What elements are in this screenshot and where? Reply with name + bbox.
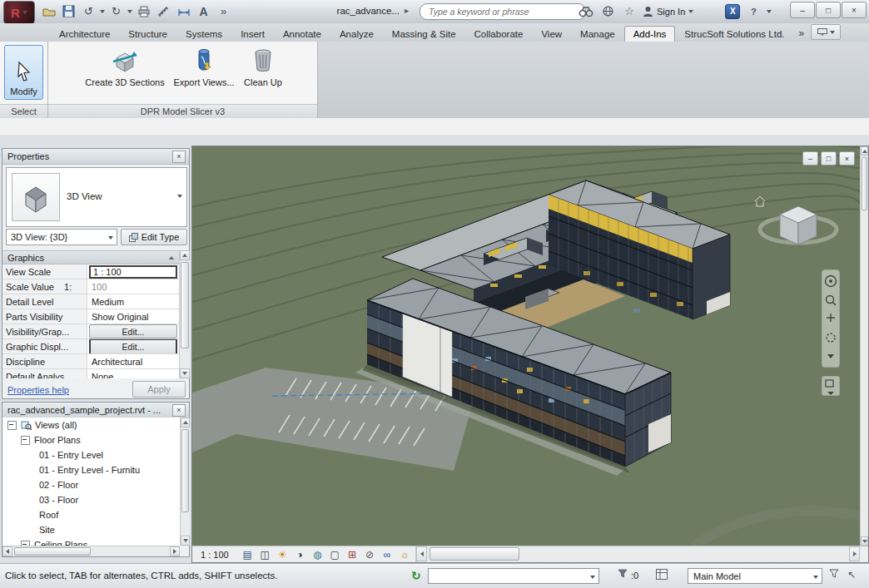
dpr-panel-label[interactable]: DPR Model Slicer v3 [48, 104, 317, 118]
save-icon[interactable] [60, 2, 77, 20]
collapse-node-icon[interactable] [7, 421, 17, 430]
scrollbar-thumb[interactable] [862, 157, 867, 210]
scroll-down-button[interactable] [181, 536, 190, 546]
collapse-section-icon[interactable] [169, 256, 174, 259]
tab-add-ins[interactable]: Add-Ins [624, 26, 676, 42]
view-minimize-button[interactable]: – [802, 151, 818, 166]
close-button[interactable]: × [842, 2, 867, 18]
title-expand-icon[interactable]: ▸ [405, 6, 409, 15]
undo-icon[interactable]: ↺ [80, 2, 97, 20]
design-options-icon[interactable] [656, 569, 668, 580]
scroll-down-button[interactable] [180, 368, 190, 378]
tree-item-02-floor[interactable]: 02 - Floor [2, 477, 180, 492]
scrollbar-thumb[interactable] [181, 262, 189, 348]
tree-item-site[interactable]: Site [2, 522, 180, 537]
rendering-icon[interactable]: ◍ [310, 548, 325, 561]
selection-filter-icon[interactable] [618, 569, 628, 578]
select-toggle-icon[interactable]: ↖ [847, 569, 856, 581]
open-file-icon[interactable] [40, 2, 57, 20]
active-workset-select[interactable] [428, 568, 599, 584]
tree-item-entry-level[interactable]: 01 - Entry Level [2, 447, 180, 462]
tab-structure[interactable]: Structure [119, 26, 176, 42]
browser-vertical-scrollbar[interactable] [180, 418, 190, 546]
customize-qat-icon[interactable]: » [215, 2, 232, 20]
undo-history-chevron-icon[interactable] [100, 10, 105, 13]
project-browser-title-bar[interactable]: rac_advanced_sample_project.rvt - ... × [2, 403, 189, 418]
collapse-node-icon[interactable] [21, 436, 30, 445]
view-vertical-scrollbar[interactable] [860, 146, 868, 546]
graphics-section-header[interactable]: Graphics [2, 250, 179, 264]
scroll-left-button[interactable] [416, 546, 427, 561]
help-button[interactable]: ? [745, 2, 762, 20]
scrollbar-thumb[interactable] [430, 547, 519, 561]
visibility-edit-button[interactable]: Edit... [89, 324, 177, 338]
tree-item-views-all[interactable]: Views (all) [2, 418, 180, 432]
aligned-dimension-icon[interactable] [175, 2, 192, 20]
visual-style-icon[interactable]: ◫ [258, 548, 272, 561]
sign-in-button[interactable]: Sign In [643, 6, 693, 17]
type-selector[interactable]: 3D View [6, 167, 187, 227]
modify-button[interactable]: Modify [4, 45, 43, 100]
create-3d-sections-button[interactable]: Create 3D Sections [82, 45, 168, 100]
favorites-star-icon[interactable]: ☆ [621, 2, 638, 20]
view-scale-control[interactable]: 1 : 100 [201, 550, 229, 560]
crop-region-icon[interactable]: ⊞ [345, 548, 360, 561]
tab-overflow-icon[interactable]: » [799, 27, 805, 42]
tab-systems[interactable]: Systems [176, 26, 231, 42]
scroll-up-button[interactable] [181, 418, 190, 427]
tree-item-ceiling-plans[interactable]: Ceiling Plans [2, 537, 180, 546]
tree-item-03-floor[interactable]: 03 - Floor [2, 492, 180, 507]
project-browser-close-icon[interactable]: × [172, 404, 186, 417]
ribbon-cycle-button[interactable] [811, 24, 841, 40]
scroll-down-button[interactable] [861, 536, 868, 546]
help-chevron-icon[interactable] [767, 10, 772, 13]
tab-annotate[interactable]: Annotate [274, 26, 330, 42]
crop-view-icon[interactable]: ▢ [328, 548, 342, 561]
view-selector-combo[interactable]: 3D View: {3D} [6, 229, 117, 245]
navigation-bar[interactable] [822, 269, 840, 396]
tab-view[interactable]: View [532, 26, 571, 42]
model-canvas[interactable] [192, 146, 860, 546]
scrollbar-thumb[interactable] [14, 547, 91, 556]
scroll-left-button[interactable] [2, 546, 12, 556]
print-icon[interactable] [135, 2, 152, 20]
graphic-display-edit-button[interactable]: Edit... [89, 339, 177, 353]
tree-item-floor-plans[interactable]: Floor Plans [2, 432, 180, 447]
maximize-button[interactable]: □ [816, 2, 841, 18]
scroll-up-button[interactable] [180, 250, 190, 260]
reveal-hidden-icon[interactable]: ☼ [398, 548, 412, 561]
measure-icon[interactable] [155, 2, 172, 20]
tab-insert[interactable]: Insert [231, 26, 274, 42]
subscription-globe-icon[interactable] [599, 2, 616, 20]
application-menu-button[interactable]: R [3, 1, 35, 24]
redo-history-chevron-icon[interactable] [127, 10, 132, 13]
help-search-box[interactable] [420, 3, 586, 20]
view-close-button[interactable]: × [839, 151, 855, 166]
exchange-apps-button[interactable]: X [725, 4, 740, 19]
scroll-up-button[interactable] [861, 146, 868, 156]
design-option-select[interactable]: Main Model [688, 568, 822, 584]
clean-up-button[interactable]: Clean Up [238, 45, 288, 100]
scroll-right-button[interactable] [170, 546, 180, 556]
worksets-sync-icon[interactable]: ↻ [411, 569, 421, 582]
view-restore-button[interactable]: □ [821, 151, 837, 166]
text-icon[interactable]: A [195, 2, 212, 20]
tab-collaborate[interactable]: Collaborate [465, 26, 533, 42]
view-horizontal-scrollbar[interactable] [415, 546, 860, 562]
tree-item-entry-level-furniture[interactable]: 01 - Entry Level - Furnitu [2, 462, 180, 477]
tab-analyze[interactable]: Analyze [330, 26, 383, 42]
scrollbar-thumb[interactable] [181, 429, 189, 512]
search-binoculars-icon[interactable] [578, 2, 594, 20]
minimize-button[interactable]: – [790, 2, 815, 18]
export-image-icon[interactable]: ▤ [241, 548, 255, 561]
redo-icon[interactable]: ↻ [107, 2, 125, 20]
exclude-options-filter-icon[interactable] [829, 569, 839, 578]
properties-scrollbar[interactable] [179, 250, 190, 378]
chevron-down-icon[interactable] [177, 195, 182, 198]
export-views-button[interactable]: Export Views... [171, 45, 236, 100]
lock-view-icon[interactable]: ⊘ [363, 548, 377, 561]
tab-strucsoft[interactable]: StrucSoft Solutions Ltd. [675, 26, 793, 42]
scroll-right-button[interactable] [849, 546, 860, 561]
properties-title-bar[interactable]: Properties × [2, 149, 189, 165]
apply-button[interactable]: Apply [132, 381, 186, 398]
